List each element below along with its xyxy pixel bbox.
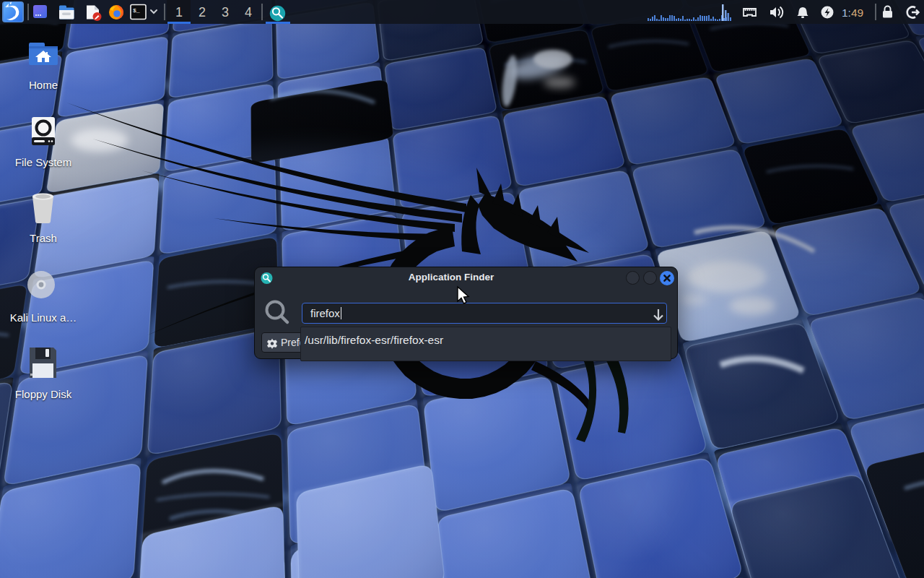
svg-text:$_: $_	[133, 7, 140, 14]
svg-text:1:49: 1:49	[842, 7, 863, 19]
